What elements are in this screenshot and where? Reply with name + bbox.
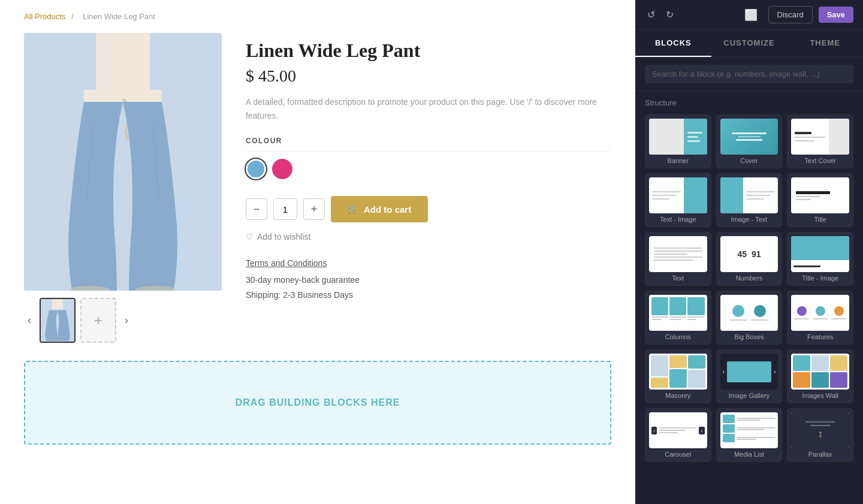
block-features-label: Features (791, 333, 849, 340)
numbers-n1: 45 (737, 249, 747, 259)
block-images-wall-preview (791, 354, 849, 390)
block-columns-label: Columns (649, 333, 707, 340)
block-text-image[interactable]: Text - Image (645, 173, 711, 227)
breadcrumb-current: Linen Wide Leg Pant (83, 12, 155, 21)
thumbnail-add[interactable]: + (80, 298, 116, 343)
device-preview-icon[interactable]: ⬜ (740, 6, 762, 24)
undo-btn[interactable]: ↺ (645, 7, 657, 23)
tab-customize[interactable]: CUSTOMIZE (711, 30, 787, 57)
add-to-cart-label: Add to cart (364, 204, 411, 215)
block-text-cover-label: Text Cover (791, 157, 849, 164)
block-image-text-label: Image - Text (720, 216, 778, 223)
block-text-image-label: Text - Image (649, 216, 707, 223)
block-numbers-preview: 45 91 (720, 236, 778, 272)
colour-swatch-pink[interactable] (272, 159, 292, 179)
colour-divider (246, 151, 611, 152)
block-title-label: Title (791, 216, 849, 223)
block-carousel-preview: ‹ › (649, 412, 707, 448)
sidebar-tabs: BLOCKS CUSTOMIZE THEME (635, 30, 863, 58)
block-cover[interactable]: Cover (716, 114, 783, 168)
terms-link[interactable]: Terms and Conditions (246, 258, 611, 268)
quantity-decrease-btn[interactable]: − (246, 198, 267, 220)
drag-zone-text: DRAG BUILDING BLOCKS HERE (236, 397, 400, 408)
block-banner-preview (649, 119, 707, 155)
wishlist-label: Add to wishlist (257, 232, 310, 242)
block-masonry-preview (649, 354, 707, 390)
block-text-cover[interactable]: Text Cover (787, 114, 853, 168)
colour-swatch-blue[interactable] (246, 159, 266, 179)
shipping-info: 30-day money-back guarantee Shipping: 2-… (246, 273, 611, 303)
block-parallax-label: Parallax (791, 451, 849, 458)
block-big-boxes[interactable]: Big Boxes (716, 291, 783, 345)
sidebar: ↺ ↻ ⬜ Discard Save BLOCKS CUSTOMIZE THEM… (635, 0, 863, 504)
breadcrumb-separator: / (71, 12, 74, 21)
quantity-increase-btn[interactable]: + (303, 198, 325, 220)
blocks-section: Structure Banner (635, 91, 863, 504)
block-media-list[interactable]: Media List (716, 408, 783, 462)
product-details: Linen Wide Leg Pant $ 45.00 A detailed, … (246, 33, 611, 343)
block-title-image-preview (791, 236, 849, 272)
drag-zone[interactable]: DRAG BUILDING BLOCKS HERE (24, 361, 611, 445)
block-banner[interactable]: Banner (645, 114, 711, 168)
colour-label: COLOUR (246, 137, 611, 145)
tab-theme[interactable]: THEME (787, 30, 863, 57)
block-features[interactable]: Features (787, 291, 853, 345)
block-images-wall-label: Images Wall (791, 392, 849, 399)
svg-rect-1 (96, 33, 150, 93)
block-features-preview (791, 295, 849, 331)
carousel-right-icon: › (699, 427, 704, 434)
blocks-grid: Banner Cover (645, 114, 853, 462)
block-carousel-label: Carousel (649, 451, 707, 458)
block-title-image[interactable]: Title - Image (787, 232, 853, 286)
block-image-gallery[interactable]: ‹ › Image Gallery (716, 349, 783, 403)
redo-btn[interactable]: ↻ (663, 7, 676, 23)
block-image-gallery-label: Image Gallery (720, 392, 778, 399)
block-columns-preview (649, 295, 707, 331)
block-title-preview (791, 177, 849, 213)
block-text-cover-preview (791, 119, 849, 155)
block-media-list-preview (720, 412, 778, 448)
block-image-gallery-preview: ‹ › (720, 354, 778, 390)
quantity-display: 1 (273, 198, 297, 220)
section-title: Structure (645, 98, 853, 107)
product-images: ‹ + › (24, 33, 222, 343)
product-price: $ 45.00 (246, 67, 611, 86)
quantity-cart: − 1 + 🛒 Add to cart (246, 196, 611, 222)
block-big-boxes-preview (720, 295, 778, 331)
block-title-image-label: Title - Image (791, 274, 849, 282)
block-banner-label: Banner (649, 157, 707, 164)
next-thumbnail-btn[interactable]: › (121, 312, 132, 329)
block-columns[interactable]: Columns (645, 291, 711, 345)
svg-rect-8 (52, 299, 64, 309)
product-section: ‹ + › Linen Wide Leg Pant $ 45.00 (0, 27, 635, 361)
block-title[interactable]: Title (787, 173, 853, 227)
block-parallax-preview: ↕ (791, 412, 849, 448)
breadcrumb: All Products / Linen Wide Leg Pant (0, 0, 635, 27)
block-masonry[interactable]: Masonry (645, 349, 711, 403)
add-to-wishlist-btn[interactable]: ♡ Add to wishlist (246, 232, 310, 242)
block-parallax[interactable]: ↕ Parallax (787, 408, 853, 462)
block-media-list-label: Media List (720, 451, 778, 458)
prev-thumbnail-btn[interactable]: ‹ (24, 312, 35, 329)
block-text[interactable]: Text (645, 232, 711, 286)
add-to-cart-btn[interactable]: 🛒 Add to cart (331, 196, 428, 222)
carousel-left-icon: ‹ (651, 427, 657, 434)
thumbnail-row: ‹ + › (24, 298, 222, 343)
block-carousel[interactable]: ‹ › Carousel (645, 408, 711, 462)
breadcrumb-all-products[interactable]: All Products (24, 12, 65, 21)
thumbnail-1[interactable] (40, 298, 76, 343)
block-image-text[interactable]: Image - Text (716, 173, 783, 227)
product-title: Linen Wide Leg Pant (246, 39, 611, 62)
save-btn[interactable]: Save (819, 7, 853, 23)
search-container (635, 58, 863, 91)
block-images-wall[interactable]: Images Wall (787, 349, 853, 403)
search-input[interactable] (645, 65, 853, 83)
block-text-label: Text (649, 274, 707, 282)
tab-blocks[interactable]: BLOCKS (635, 30, 711, 57)
main-product-image (24, 33, 222, 291)
main-content: All Products / Linen Wide Leg Pant (0, 0, 635, 504)
numbers-n2: 91 (752, 249, 761, 259)
heart-icon: ♡ (246, 232, 254, 242)
block-numbers[interactable]: 45 91 Numbers (716, 232, 783, 286)
discard-btn[interactable]: Discard (768, 6, 813, 23)
